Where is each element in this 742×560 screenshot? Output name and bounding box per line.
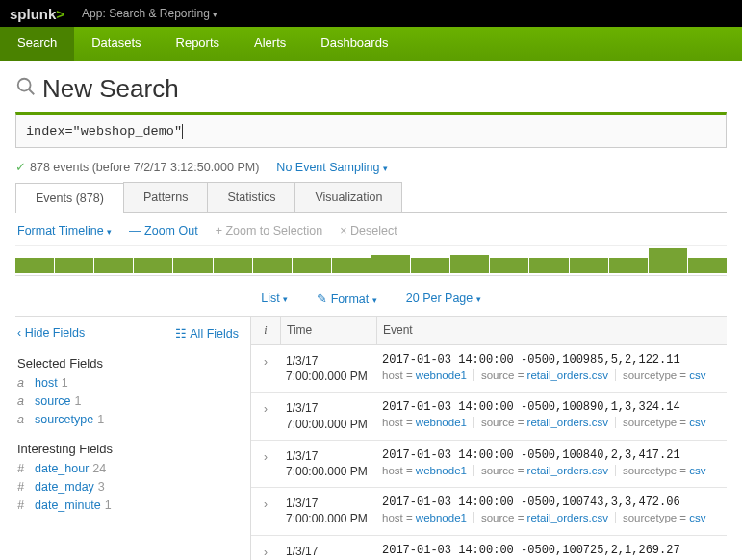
timeline-bar[interactable] — [332, 258, 371, 273]
meta-sourcetype[interactable]: csv — [689, 465, 705, 476]
timeline-bar[interactable] — [94, 258, 133, 273]
zoom-out-button[interactable]: — Zoom Out — [129, 224, 198, 238]
timeline-bar[interactable] — [134, 258, 172, 273]
timeline-bar[interactable] — [649, 248, 687, 273]
event-raw[interactable]: 2017-01-03 14:00:00 -0500,100743,3,3,472… — [382, 496, 721, 509]
event-meta: host = webnode1source = retail_orders.cs… — [382, 417, 721, 428]
event-count-text: 878 events (before 7/2/17 3:12:50.000 PM… — [30, 161, 259, 174]
timeline-bar[interactable] — [214, 258, 252, 273]
event-time: 1/3/17 — [280, 536, 376, 561]
meta-host[interactable]: webnode1 — [416, 369, 467, 381]
deselect-button: × Deselect — [340, 224, 397, 238]
timeline-bar[interactable] — [570, 258, 608, 273]
tab-events[interactable]: Events (878) — [15, 183, 124, 213]
field-name[interactable]: host — [35, 376, 58, 390]
nav-alerts[interactable]: Alerts — [237, 27, 303, 61]
field-type-icon: a — [17, 395, 29, 408]
meta-host[interactable]: webnode1 — [416, 465, 467, 476]
events-pane: i Time Event ›1/3/177:00:00.000 PM2017-0… — [251, 317, 727, 560]
nav-dashboards[interactable]: Dashboards — [303, 27, 405, 61]
search-icon — [15, 76, 37, 103]
expand-row-button[interactable]: › — [251, 536, 280, 561]
expand-row-button[interactable]: › — [251, 441, 280, 487]
field-count: 3 — [98, 480, 105, 494]
list-mode-dropdown[interactable]: List ▾ — [261, 292, 288, 306]
timeline-bar[interactable] — [529, 258, 568, 273]
field-name[interactable]: sourcetype — [35, 413, 93, 426]
meta-host[interactable]: webnode1 — [416, 417, 467, 428]
event-raw[interactable]: 2017-01-03 14:00:00 -0500,100890,1,3,324… — [382, 400, 721, 414]
logo: splunk> — [10, 6, 64, 22]
field-row[interactable]: asource1 — [17, 395, 239, 408]
expand-row-button[interactable]: › — [251, 393, 280, 439]
meta-source[interactable]: retail_orders.csv — [527, 417, 608, 428]
timeline-bar[interactable] — [173, 258, 212, 273]
app-selector[interactable]: App: Search & Reporting ▾ — [82, 7, 217, 20]
search-input[interactable]: index="webshop_demo" — [15, 112, 727, 148]
meta-source[interactable]: retail_orders.csv — [527, 512, 608, 523]
field-count: 1 — [97, 413, 104, 426]
expand-row-button[interactable]: › — [251, 488, 280, 534]
meta-source[interactable]: retail_orders.csv — [527, 465, 608, 476]
timeline-bar[interactable] — [609, 258, 648, 273]
interesting-fields-heading: Interesting Fields — [17, 442, 239, 456]
nav-bar: Search Datasets Reports Alerts Dashboard… — [0, 27, 742, 61]
field-name[interactable]: date_hour — [35, 462, 89, 475]
tab-visualization[interactable]: Visualization — [294, 182, 402, 212]
field-type-icon: # — [17, 498, 29, 512]
meta-sourcetype[interactable]: csv — [689, 369, 705, 381]
event-raw[interactable]: 2017-01-03 14:00:00 -0500,100840,2,3,417… — [382, 448, 721, 462]
col-time[interactable]: Time — [280, 317, 376, 344]
field-row[interactable]: asourcetype1 — [17, 413, 239, 426]
timeline-bar[interactable] — [253, 258, 292, 273]
page-title: New Search — [42, 74, 179, 104]
timeline-bar[interactable] — [293, 258, 331, 273]
nav-reports[interactable]: Reports — [159, 27, 238, 61]
event-row: ›1/3/177:00:00.000 PM2017-01-03 14:00:00… — [251, 345, 727, 393]
event-row: ›1/3/172017-01-03 14:00:00 -0500,100725,… — [251, 536, 727, 561]
timeline-bar[interactable] — [55, 258, 93, 273]
all-fields-button[interactable]: ☷ All Fields — [175, 326, 239, 341]
event-meta: host = webnode1source = retail_orders.cs… — [382, 465, 721, 476]
timeline-bar[interactable] — [15, 258, 54, 273]
per-page-dropdown[interactable]: 20 Per Page ▾ — [406, 292, 481, 306]
timeline-bar[interactable] — [450, 255, 489, 274]
timeline-bar[interactable] — [490, 258, 528, 273]
tab-statistics[interactable]: Statistics — [207, 182, 295, 212]
event-raw[interactable]: 2017-01-03 14:00:00 -0500,100725,2,1,269… — [382, 544, 721, 557]
page-title-row: New Search — [15, 74, 727, 104]
event-sampling-dropdown[interactable]: No Event Sampling ▾ — [276, 161, 388, 174]
nav-datasets[interactable]: Datasets — [74, 27, 158, 61]
field-name[interactable]: date_minute — [35, 498, 101, 512]
format-timeline-dropdown[interactable]: Format Timeline ▾ — [17, 224, 112, 238]
timeline-bar[interactable] — [411, 258, 449, 273]
meta-source[interactable]: retail_orders.csv — [527, 369, 608, 381]
nav-search[interactable]: Search — [0, 27, 74, 61]
event-row: ›1/3/177:00:00.000 PM2017-01-03 14:00:00… — [251, 441, 727, 488]
svg-point-0 — [18, 78, 31, 90]
meta-sourcetype[interactable]: csv — [689, 512, 705, 523]
meta-sourcetype[interactable]: csv — [689, 417, 705, 428]
field-row[interactable]: ahost1 — [17, 376, 239, 390]
meta-host[interactable]: webnode1 — [416, 512, 467, 523]
field-row[interactable]: #date_mday3 — [17, 480, 239, 494]
list-controls: List ▾ ✎ Format ▾ 20 Per Page ▾ — [15, 292, 727, 306]
event-row: ›1/3/177:00:00.000 PM2017-01-03 14:00:00… — [251, 488, 727, 535]
event-meta: host = webnode1source = retail_orders.cs… — [382, 369, 721, 381]
hide-fields-button[interactable]: ‹ Hide Fields — [17, 326, 85, 341]
tab-patterns[interactable]: Patterns — [123, 182, 209, 212]
format-dropdown[interactable]: ✎ Format ▾ — [317, 292, 377, 306]
fields-pane: ‹ Hide Fields ☷ All Fields Selected Fiel… — [15, 317, 251, 560]
svg-line-1 — [29, 89, 35, 94]
status-row: ✓ 878 events (before 7/2/17 3:12:50.000 … — [15, 160, 727, 174]
field-name[interactable]: source — [35, 395, 71, 408]
field-row[interactable]: #date_minute1 — [17, 498, 239, 512]
expand-row-button[interactable]: › — [251, 345, 280, 392]
timeline-chart[interactable] — [15, 245, 727, 276]
event-raw[interactable]: 2017-01-03 14:00:00 -0500,100985,5,2,122… — [382, 353, 721, 367]
timeline-bar[interactable] — [371, 255, 410, 273]
timeline-bar[interactable] — [688, 258, 727, 273]
field-count: 1 — [75, 395, 82, 408]
field-row[interactable]: #date_hour24 — [17, 462, 239, 475]
field-name[interactable]: date_mday — [35, 480, 94, 494]
